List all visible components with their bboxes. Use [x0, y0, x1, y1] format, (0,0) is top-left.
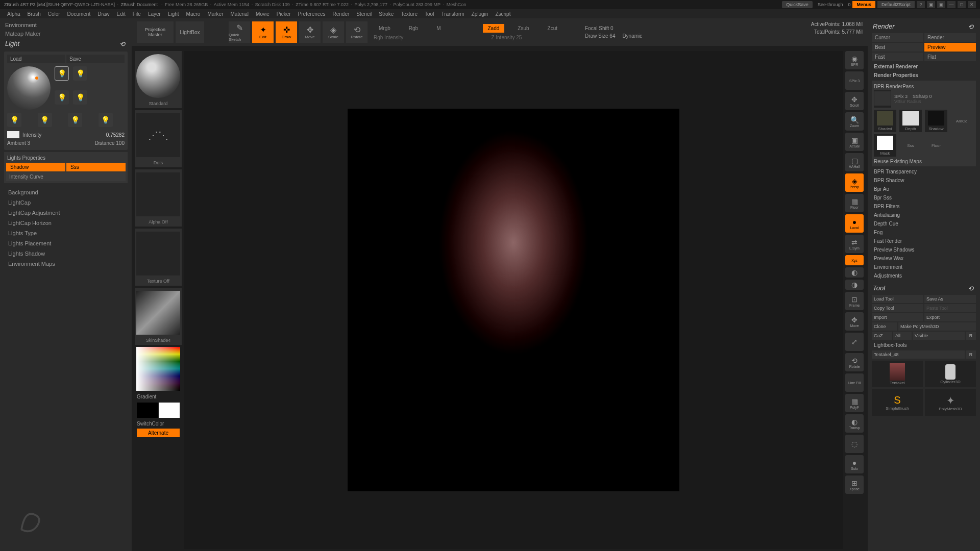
shaded-pass[interactable]: Shaded [874, 110, 896, 132]
menu-light[interactable]: Light [165, 10, 182, 18]
mrgb-button[interactable]: Mrgb [374, 24, 396, 33]
maximize-icon[interactable]: □ [958, 1, 966, 8]
menu-layer[interactable]: Layer [145, 10, 164, 18]
lightcap-adjustment-section[interactable]: LightCap Adjustment [4, 208, 128, 218]
menu-stroke[interactable]: Stroke [376, 10, 397, 18]
amoc-pass[interactable]: AmOc [950, 110, 973, 132]
move-button[interactable]: ✥Move [299, 21, 321, 43]
bpr-ao-section[interactable]: Bpr Ao [870, 185, 978, 193]
depth-pass[interactable]: Depth [899, 110, 922, 132]
environment-section[interactable]: Environment [870, 263, 978, 271]
alternate-button[interactable]: Alternate [137, 429, 180, 437]
minimize-icon[interactable]: — [947, 1, 955, 8]
frame-button[interactable]: ⊡Frame [845, 292, 864, 310]
menu-macro[interactable]: Macro [183, 10, 204, 18]
r-button[interactable]: R [966, 350, 976, 359]
lightcap-horizon-section[interactable]: LightCap Horizon [4, 218, 128, 228]
flat-button[interactable]: Flat [924, 53, 976, 61]
light-slot-8[interactable]: 💡 [99, 113, 113, 127]
menu-alpha[interactable]: Alpha [4, 10, 23, 18]
menu-transform[interactable]: Transform [438, 10, 467, 18]
material-preview[interactable] [136, 291, 180, 335]
light-slot-1[interactable]: 💡 [55, 66, 69, 81]
gradient-label[interactable]: Gradient [135, 393, 182, 400]
bpr-filters-section[interactable]: BPR Filters [870, 202, 978, 211]
viewport-canvas[interactable] [184, 51, 843, 549]
z-intensity-slider[interactable]: Z Intensity 25 [491, 35, 522, 40]
clone-button[interactable]: Clone [872, 322, 897, 331]
fog-section[interactable]: Fog [870, 228, 978, 237]
nav-button[interactable]: ◑ [845, 280, 864, 290]
menu-marker[interactable]: Marker [204, 10, 226, 18]
pin-icon[interactable]: ⟲ [968, 285, 975, 292]
floor-pass[interactable]: Floor [925, 134, 947, 157]
external-renderer-section[interactable]: External Renderer [870, 62, 978, 71]
quicksave-button[interactable]: QuickSave [782, 1, 813, 8]
reuse-maps[interactable]: Reuse Existing Maps [874, 157, 974, 164]
ghost-button[interactable]: ◌ [845, 435, 864, 453]
scroll-button[interactable]: ✥Scroll [845, 92, 864, 110]
menu-material[interactable]: Material [228, 10, 252, 18]
menu-edit[interactable]: Edit [114, 10, 129, 18]
rotate-button[interactable]: ⟲Rotate [346, 21, 368, 43]
save-button[interactable]: Save [66, 55, 125, 63]
fast-button[interactable]: Fast [872, 53, 923, 61]
projection-master-button[interactable]: ProjectionMaster [137, 21, 174, 43]
menu-picker[interactable]: Picker [274, 10, 294, 18]
lightcap-section[interactable]: LightCap [4, 197, 128, 208]
shadow-button[interactable]: Shadow [6, 163, 65, 171]
render-tab[interactable]: Render [924, 33, 976, 42]
light-slot-7[interactable]: 💡 [68, 113, 82, 127]
zadd-button[interactable]: Zadd [483, 24, 505, 33]
sss-button[interactable]: Sss [66, 163, 126, 171]
lightbox-tools[interactable]: Lightbox›Tools [870, 341, 978, 349]
help-icon[interactable]: ? [917, 1, 925, 8]
export-button[interactable]: Export [924, 313, 976, 321]
floor-button[interactable]: ▦Floor [845, 194, 864, 212]
menu-zplugin[interactable]: Zplugin [469, 10, 492, 18]
aahalf-button[interactable]: ▢AAHalf [845, 153, 864, 171]
lights-type-section[interactable]: Lights Type [4, 228, 128, 238]
distance-slider[interactable]: Distance 100 [67, 140, 125, 146]
lights-properties-header[interactable]: Lights Properties [6, 154, 126, 163]
light-direction-sphere[interactable] [7, 66, 51, 110]
mask-pass[interactable]: Mask [874, 134, 896, 157]
stroke-preview[interactable]: ⋰⋱ [136, 113, 180, 157]
lights-placement-section[interactable]: Lights Placement [4, 238, 128, 248]
menu-movie[interactable]: Movie [253, 10, 273, 18]
tool-thumb-cylinder[interactable]: Cylinder3D [925, 361, 976, 387]
see-through-value[interactable]: 0 [848, 2, 850, 7]
tool-thumb-tentakel[interactable]: Tentakel [872, 361, 923, 387]
bpr-sss-section[interactable]: Bpr Sss [870, 193, 978, 202]
antialiasing-section[interactable]: Antialiasing [870, 211, 978, 219]
environment-maps-section[interactable]: Environment Maps [4, 259, 128, 269]
paste-tool-button[interactable]: Paste Tool [924, 304, 976, 312]
rotate-nav-button[interactable]: ⟲Rotate [845, 353, 864, 371]
move-button[interactable]: ✥Move [845, 312, 864, 331]
ambient-slider[interactable]: Ambient 3 [7, 140, 64, 146]
zcut-button[interactable]: Zcut [543, 24, 562, 33]
lsym-button[interactable]: ⇄L.Sym [845, 235, 864, 253]
pin-icon[interactable]: ⟲ [119, 40, 127, 47]
copy-tool-button[interactable]: Copy Tool [872, 304, 923, 312]
shadow-pass[interactable]: Shadow [925, 110, 947, 132]
lightbox-button[interactable]: LightBox [176, 21, 204, 43]
cursor-tab[interactable]: Cursor [872, 33, 923, 42]
all-button[interactable]: All [893, 332, 912, 340]
menu-file[interactable]: File [130, 10, 144, 18]
menu-document[interactable]: Document [64, 10, 94, 18]
rgb-button[interactable]: Rgb [404, 24, 423, 33]
preview-shadows-section[interactable]: Preview Shadows [870, 245, 978, 254]
m-button[interactable]: M [431, 24, 446, 33]
polyf-button[interactable]: ▦PolyF [845, 394, 864, 412]
tool-thumb-simplebrush[interactable]: SSimpleBrush [872, 389, 923, 416]
solo-button[interactable]: ●Solo [845, 455, 864, 473]
secondary-color-swatch[interactable] [137, 403, 158, 418]
preview-wax-section[interactable]: Preview Wax [870, 254, 978, 263]
quick-sketch-button[interactable]: ✎Quick Sketch [229, 21, 250, 43]
transp-button[interactable]: ◐Transp [845, 414, 864, 433]
menu-render[interactable]: Render [330, 10, 353, 18]
menu-texture[interactable]: Texture [398, 10, 421, 18]
light-slot-3[interactable]: 💡 [55, 90, 69, 105]
light-slot-5[interactable]: 💡 [7, 113, 21, 127]
